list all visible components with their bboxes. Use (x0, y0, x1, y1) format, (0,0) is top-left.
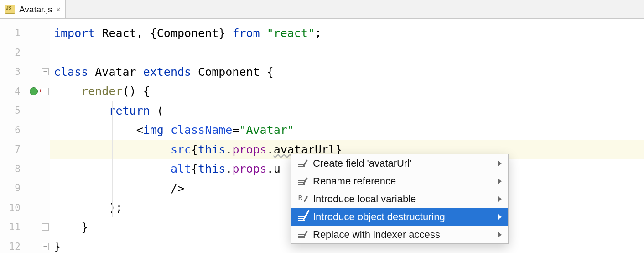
code-line[interactable]: <img className="Avatar" (50, 121, 644, 140)
menu-item-label: Create field 'avatarUrl' (313, 158, 493, 169)
tab-bar: Avatar.js × (0, 0, 644, 19)
line-number: 8 (0, 159, 50, 179)
js-file-icon (4, 5, 16, 15)
fold-icon[interactable] (42, 68, 49, 75)
menu-item-rename-reference[interactable]: Rename reference (291, 172, 508, 190)
editor-area: 1 2 3 4 5 6 7 8 9 10 11 12 import React,… (0, 19, 644, 253)
intention-icon (297, 176, 307, 186)
submenu-arrow-icon (498, 214, 502, 220)
intention-icon (297, 212, 307, 222)
fold-icon[interactable] (42, 88, 49, 95)
fold-icon[interactable] (42, 223, 49, 231)
code-line[interactable]: render() { (50, 82, 644, 101)
submenu-arrow-icon (498, 232, 502, 237)
code-line[interactable]: return ( (50, 101, 644, 121)
intention-actions-menu: Create field 'avatarUrl' Rename referenc… (291, 154, 509, 244)
code-line[interactable]: import React, {Component} from "react"; (50, 23, 644, 43)
line-number: 3 (0, 62, 50, 82)
refactor-icon (297, 194, 307, 204)
menu-item-introduce-object-destructuring[interactable]: Introduce object destructuring (291, 208, 508, 226)
menu-item-introduce-local-variable[interactable]: Introduce local variable (291, 190, 508, 208)
gutter: 1 2 3 4 5 6 7 8 9 10 11 12 (0, 19, 50, 253)
line-number: 2 (0, 43, 50, 63)
fold-icon[interactable] (42, 243, 49, 250)
tab-filename: Avatar.js (19, 5, 52, 15)
line-number: 11 (0, 217, 50, 237)
menu-item-create-field[interactable]: Create field 'avatarUrl' (291, 154, 508, 172)
menu-item-label: Rename reference (313, 175, 493, 187)
line-number: 9 (0, 179, 50, 198)
tab-close-icon[interactable]: × (56, 5, 61, 14)
code-line[interactable]: class Avatar extends Component { (50, 62, 644, 82)
menu-item-label: Replace with indexer access (313, 229, 493, 241)
line-number: 1 (0, 23, 50, 43)
intention-icon (297, 230, 307, 240)
line-number: 7 (0, 140, 50, 159)
line-number: 10 (0, 198, 50, 218)
line-number: 5 (0, 101, 50, 121)
menu-item-replace-with-indexer[interactable]: Replace with indexer access (291, 226, 508, 243)
line-number: 12 (0, 237, 50, 253)
code-line[interactable] (50, 43, 644, 63)
submenu-arrow-icon (498, 179, 502, 184)
submenu-arrow-icon (498, 161, 502, 166)
line-number: 6 (0, 121, 50, 140)
submenu-arrow-icon (498, 196, 502, 202)
menu-item-label: Introduce local variable (313, 193, 493, 205)
menu-item-label: Introduce object destructuring (313, 211, 493, 223)
intention-icon (297, 158, 307, 169)
tab-avatar-js[interactable]: Avatar.js × (0, 0, 66, 18)
line-number: 4 (0, 82, 50, 101)
override-gutter-icon[interactable] (30, 87, 38, 95)
